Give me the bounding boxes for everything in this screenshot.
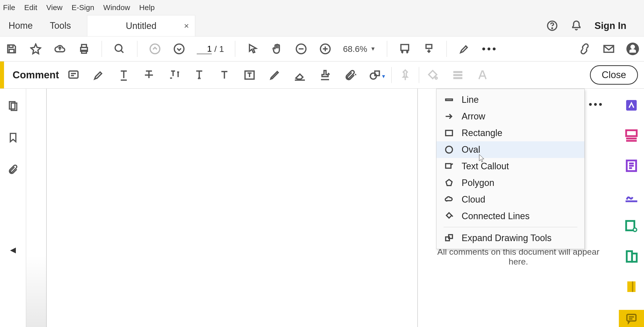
- menu-file[interactable]: File: [3, 3, 15, 12]
- page-up-icon[interactable]: [148, 42, 162, 55]
- menu-bar: File Edit View E-Sign Window Help: [0, 0, 644, 15]
- hand-tool-icon[interactable]: [270, 42, 284, 55]
- toolbar-more-icon[interactable]: •••: [482, 43, 498, 55]
- collapse-left-icon[interactable]: ◀: [10, 245, 16, 254]
- replace-text-icon[interactable]: [168, 69, 180, 81]
- arrow-icon: [444, 111, 454, 121]
- comment-label: Comment: [4, 69, 67, 81]
- text-tool-icon[interactable]: [218, 69, 230, 81]
- strikethrough-icon[interactable]: [143, 69, 155, 81]
- dd-polygon[interactable]: Polygon: [436, 175, 584, 191]
- sign-in-button[interactable]: Sign In: [594, 20, 626, 31]
- document-canvas[interactable]: Line Arrow Rectangle Oval Text Callout P…: [26, 89, 418, 327]
- bookmark-icon[interactable]: [7, 132, 19, 144]
- svg-point-1: [552, 28, 553, 29]
- dd-rectangle[interactable]: Rectangle: [436, 125, 584, 141]
- dd-connected-lines[interactable]: Connected Lines: [436, 208, 584, 224]
- rail-organize-icon[interactable]: [624, 249, 638, 264]
- search-icon[interactable]: [113, 42, 126, 55]
- svg-rect-5: [82, 45, 86, 48]
- svg-point-9: [174, 44, 184, 54]
- page-input[interactable]: [197, 44, 212, 54]
- rail-sign-icon[interactable]: [624, 189, 638, 203]
- separator: [387, 41, 387, 57]
- rail-create-icon[interactable]: [624, 159, 638, 173]
- dd-connected-label: Connected Lines: [462, 211, 530, 221]
- text-box-icon[interactable]: [244, 69, 256, 81]
- print-icon[interactable]: [77, 42, 91, 55]
- menu-help[interactable]: Help: [139, 3, 155, 12]
- document-page: [46, 89, 418, 327]
- pencil-icon[interactable]: [269, 69, 281, 81]
- pin-icon[interactable]: [399, 69, 411, 81]
- drawing-tools-icon[interactable]: ▼: [369, 69, 381, 81]
- svg-rect-22: [446, 99, 453, 101]
- account-avatar-icon[interactable]: [626, 43, 639, 55]
- menu-window[interactable]: Window: [103, 3, 130, 12]
- accent-bar: [0, 61, 4, 88]
- highlight-color-icon[interactable]: [458, 42, 471, 55]
- attachment-icon[interactable]: [344, 69, 356, 81]
- menu-esign[interactable]: E-Sign: [72, 3, 94, 12]
- cloud-upload-icon[interactable]: [53, 42, 66, 55]
- fill-color-icon: [427, 69, 439, 81]
- dd-text-callout[interactable]: Text Callout: [436, 158, 584, 175]
- dd-arrow[interactable]: Arrow: [436, 108, 584, 125]
- sticky-note-icon[interactable]: [67, 69, 79, 81]
- rail-compress-icon[interactable]: [624, 280, 638, 294]
- dd-cloud-label: Cloud: [462, 194, 485, 205]
- scroll-mode-icon[interactable]: [422, 42, 435, 55]
- svg-rect-15: [69, 71, 78, 78]
- tab-tools[interactable]: Tools: [41, 15, 79, 36]
- dd-expand[interactable]: Expand Drawing Tools: [436, 230, 584, 246]
- help-icon[interactable]: [546, 20, 558, 32]
- bell-icon[interactable]: [570, 20, 582, 32]
- page-total: 1: [219, 44, 224, 54]
- zoom-in-icon[interactable]: [319, 42, 332, 55]
- save-icon[interactable]: [5, 42, 18, 55]
- thumbnails-icon[interactable]: [7, 100, 19, 112]
- paperclip-icon[interactable]: [7, 163, 19, 175]
- rail-combine-icon[interactable]: [624, 219, 638, 233]
- rail-edit-icon[interactable]: [624, 128, 638, 143]
- select-tool-icon[interactable]: [246, 42, 259, 55]
- eraser-icon[interactable]: [294, 69, 306, 81]
- svg-point-19: [435, 77, 437, 79]
- menu-edit[interactable]: Edit: [24, 3, 37, 12]
- highlight-icon[interactable]: [93, 69, 105, 81]
- dd-expand-label: Expand Drawing Tools: [462, 233, 552, 243]
- star-icon[interactable]: [29, 42, 42, 55]
- page-down-icon[interactable]: [173, 42, 186, 55]
- tab-document[interactable]: Untitled ×: [87, 15, 195, 36]
- close-button[interactable]: Close: [590, 65, 638, 85]
- stamp-icon[interactable]: [319, 69, 331, 81]
- dd-cloud[interactable]: Cloud: [436, 191, 584, 208]
- link-icon[interactable]: [578, 42, 591, 55]
- dd-line-label: Line: [462, 94, 479, 105]
- mail-icon[interactable]: [602, 42, 615, 55]
- workspace: ◀ Line Arrow Rectangle Oval T: [0, 89, 644, 327]
- svg-rect-3: [9, 49, 14, 53]
- zoom-out-icon[interactable]: [295, 42, 308, 55]
- underline-text-icon[interactable]: [118, 69, 130, 81]
- tab-close-icon[interactable]: ×: [184, 21, 189, 31]
- svg-rect-13: [426, 45, 432, 48]
- insert-text-icon[interactable]: [193, 69, 205, 81]
- dd-arrow-label: Arrow: [462, 111, 485, 122]
- tab-document-title: Untitled: [126, 21, 156, 31]
- right-rail: [619, 89, 644, 327]
- zoom-select[interactable]: 68.6% ▼: [343, 44, 376, 54]
- svg-rect-25: [446, 164, 451, 168]
- rail-comment-icon[interactable]: [619, 310, 644, 327]
- fit-width-icon[interactable]: [398, 42, 411, 55]
- comment-toolbar: Comment ▼ Close: [0, 61, 644, 89]
- dd-line[interactable]: Line: [436, 91, 584, 108]
- page-sep: /: [214, 44, 217, 54]
- rail-export-icon[interactable]: [624, 98, 638, 112]
- dd-oval[interactable]: Oval: [436, 141, 584, 158]
- tab-home[interactable]: Home: [0, 15, 41, 36]
- svg-point-24: [446, 146, 453, 153]
- menu-view[interactable]: View: [46, 3, 62, 12]
- panel-more-icon[interactable]: •••: [589, 99, 604, 110]
- svg-rect-2: [9, 45, 13, 48]
